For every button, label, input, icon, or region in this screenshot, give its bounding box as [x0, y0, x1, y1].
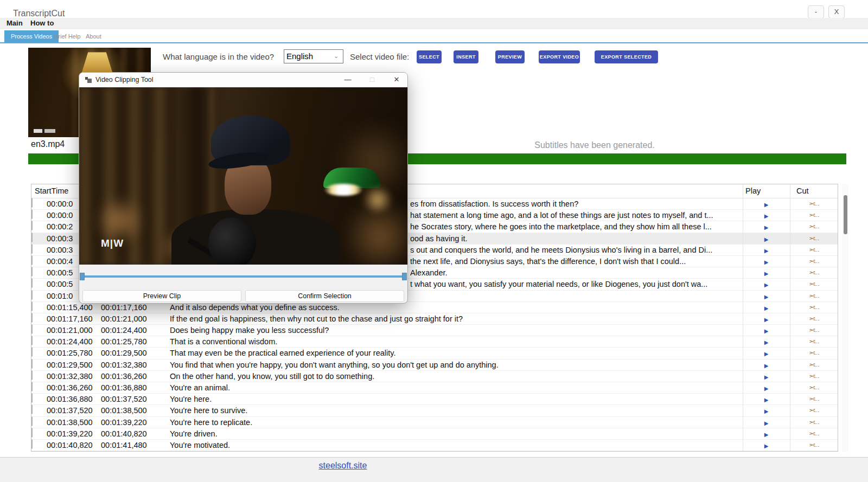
cut-clip-button[interactable]: ✂-- [790, 325, 839, 336]
row-checkbox[interactable] [31, 209, 33, 219]
row-checkbox[interactable] [31, 439, 33, 449]
cut-clip-button[interactable]: ✂-- [790, 371, 839, 382]
slider-handle-start[interactable] [80, 273, 85, 280]
row-checkbox[interactable] [31, 198, 33, 208]
dialog-titlebar[interactable]: Video Clipping Tool — □ ✕ [79, 73, 407, 87]
row-checkbox[interactable] [31, 301, 33, 311]
play-clip-button[interactable]: ▶ [743, 359, 790, 371]
cut-clip-button[interactable]: ✂-- [790, 428, 839, 440]
row-checkbox[interactable] [31, 324, 33, 334]
cut-dashed-line: -- [815, 271, 820, 277]
cut-clip-button[interactable]: ✂-- [790, 291, 839, 302]
play-clip-button[interactable]: ▶ [743, 428, 790, 440]
play-clip-button[interactable]: ▶ [743, 325, 790, 336]
row-checkbox[interactable] [31, 359, 33, 369]
cut-clip-button[interactable]: ✂-- [790, 256, 839, 267]
play-clip-button[interactable]: ▶ [743, 245, 790, 256]
play-clip-button[interactable]: ▶ [743, 279, 790, 290]
row-checkbox[interactable] [31, 428, 33, 438]
video-preview-frame[interactable]: M|W [79, 87, 407, 265]
cut-clip-button[interactable]: ✂-- [790, 382, 839, 394]
cut-clip-button[interactable]: ✂-- [790, 336, 839, 348]
cut-clip-button[interactable]: ✂-- [790, 221, 839, 233]
row-checkbox[interactable] [31, 290, 33, 300]
cut-clip-button[interactable]: ✂-- [790, 348, 839, 359]
dialog-maximize-icon[interactable]: □ [367, 75, 378, 83]
website-link[interactable]: steelsoft.site [319, 461, 367, 470]
play-clip-button[interactable]: ▶ [743, 313, 790, 325]
play-clip-button[interactable]: ▶ [743, 394, 790, 405]
play-clip-button[interactable]: ▶ [743, 417, 790, 428]
row-checkbox[interactable] [31, 382, 33, 391]
play-clip-button[interactable]: ▶ [743, 405, 790, 416]
cut-clip-button[interactable]: ✂-- [790, 440, 839, 451]
dialog-minimize-icon[interactable]: — [342, 75, 353, 83]
export-selected-clips-button[interactable]: EXPORT SELECTED CLIPS [595, 50, 658, 63]
play-icon: ▶ [764, 385, 769, 391]
cut-dashed-line: -- [815, 443, 820, 449]
cut-clip-button[interactable]: ✂-- [790, 359, 839, 371]
scissors-icon: ✂ [809, 428, 815, 440]
play-clip-button[interactable]: ▶ [743, 382, 790, 394]
play-icon: ▶ [764, 351, 769, 357]
dialog-close-icon[interactable]: ✕ [391, 75, 402, 83]
cut-clip-button[interactable]: ✂-- [790, 313, 839, 325]
play-clip-button[interactable]: ▶ [743, 440, 790, 451]
scissors-icon: ✂ [809, 210, 815, 221]
table-row: 00:01:36,260 00:01:36,880 You're an anim… [31, 382, 838, 394]
subtitle-text-cell: You're motivated. [163, 440, 743, 451]
cut-clip-button[interactable]: ✂-- [790, 405, 839, 416]
preview-clip-button[interactable]: Preview Clip [82, 290, 241, 302]
row-checkbox[interactable] [31, 233, 33, 242]
cut-clip-button[interactable]: ✂-- [790, 198, 839, 210]
cut-clip-button[interactable]: ✂-- [790, 279, 839, 290]
play-clip-button[interactable]: ▶ [743, 267, 790, 279]
table-scrollbar-thumb[interactable] [844, 195, 847, 234]
row-checkbox[interactable] [31, 244, 33, 254]
slider-handle-end[interactable] [402, 273, 407, 280]
cut-clip-button[interactable]: ✂-- [790, 210, 839, 221]
play-clip-button[interactable]: ▶ [743, 221, 790, 233]
insert-button[interactable]: INSERT [454, 50, 478, 63]
export-video-button[interactable]: EXPORT VIDEO [539, 50, 580, 63]
tab-about[interactable]: About [79, 30, 108, 42]
row-checkbox[interactable] [31, 221, 33, 230]
cut-clip-button[interactable]: ✂-- [790, 302, 839, 313]
row-checkbox[interactable] [31, 416, 33, 426]
clip-range-slider[interactable] [81, 275, 405, 278]
preview-button[interactable]: PREVIEW [495, 50, 525, 63]
play-clip-button[interactable]: ▶ [743, 336, 790, 348]
menu-item-how-to[interactable]: How to [30, 19, 54, 27]
end-time-cell: 00:01:40,820 [101, 428, 163, 440]
play-clip-button[interactable]: ▶ [743, 210, 790, 221]
row-checkbox[interactable] [31, 267, 33, 277]
row-checkbox[interactable] [31, 347, 33, 357]
row-checkbox[interactable] [31, 278, 33, 288]
row-checkbox[interactable] [31, 404, 33, 414]
column-header-starttime: StartTime [35, 187, 68, 195]
cut-clip-button[interactable]: ✂-- [790, 233, 839, 245]
play-icon: ▶ [764, 328, 769, 334]
select-button[interactable]: SELECT [417, 50, 442, 63]
play-clip-button[interactable]: ▶ [743, 198, 790, 210]
play-clip-button[interactable]: ▶ [743, 302, 790, 313]
play-clip-button[interactable]: ▶ [743, 291, 790, 302]
play-clip-button[interactable]: ▶ [743, 371, 790, 382]
row-checkbox[interactable] [31, 336, 33, 345]
cut-clip-button[interactable]: ✂-- [790, 394, 839, 405]
window-minimize-button[interactable]: - [808, 5, 824, 18]
confirm-selection-button[interactable]: Confirm Selection [245, 290, 404, 302]
row-checkbox[interactable] [31, 255, 33, 265]
play-clip-button[interactable]: ▶ [743, 348, 790, 359]
play-clip-button[interactable]: ▶ [743, 256, 790, 267]
menu-item-main[interactable]: Main [7, 19, 23, 27]
cut-clip-button[interactable]: ✂-- [790, 417, 839, 428]
play-clip-button[interactable]: ▶ [743, 233, 790, 245]
row-checkbox[interactable] [31, 313, 33, 323]
row-checkbox[interactable] [31, 393, 33, 403]
cut-clip-button[interactable]: ✂-- [790, 267, 839, 279]
cut-dashed-line: -- [815, 432, 820, 438]
row-checkbox[interactable] [31, 370, 33, 380]
window-close-button[interactable]: X [828, 5, 845, 18]
cut-clip-button[interactable]: ✂-- [790, 245, 839, 256]
